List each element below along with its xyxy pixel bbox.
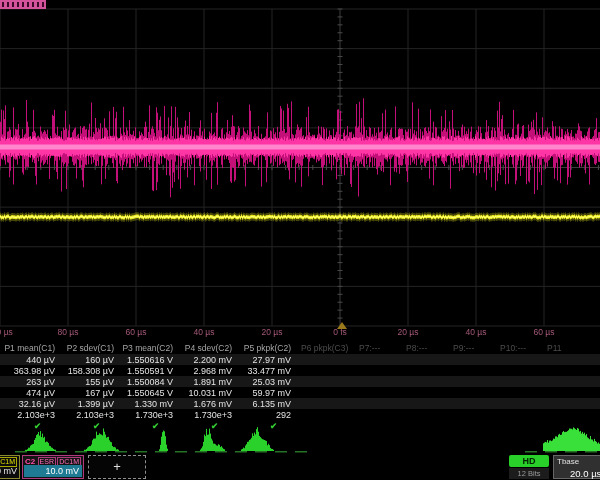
param-header-inactive[interactable]: P10:---: [494, 343, 541, 353]
measurement-table: P1 mean(C1)P2 sdev(C1)P3 mean(C2)P4 sdev…: [0, 341, 600, 431]
stat-value: 363.98 µV: [0, 366, 59, 376]
time-axis-label: 40 µs: [172, 327, 236, 337]
waveform-traces[interactable]: [0, 0, 600, 335]
time-axis-label: 60 µs: [512, 327, 576, 337]
stat-value: 27.97 mV: [236, 355, 295, 365]
param-header-inactive[interactable]: P9:---: [447, 343, 494, 353]
hd-mode-badge[interactable]: HD: [509, 455, 549, 467]
stat-value: 1.550591 V: [118, 366, 177, 376]
stat-value: 1.330 mV: [118, 399, 177, 409]
time-axis-label: 100 µs: [0, 327, 32, 337]
stat-row: 263 µV155 µV1.550084 V1.891 mV25.03 mV: [0, 376, 600, 387]
time-axis-label: 20 µs: [376, 327, 440, 337]
channel-c2-descriptor-box[interactable]: C2 ESR DC1M 10.0 mV: [22, 455, 84, 479]
stat-value: 2.103e+3: [59, 410, 118, 420]
param-header[interactable]: P5 pkpk(C2): [236, 343, 295, 353]
stat-value: 1.730e+3: [177, 410, 236, 420]
timebase-label: Tbase: [557, 457, 579, 466]
stat-row: 32.16 µV1.399 µV1.330 mV1.676 mV6.135 mV: [0, 398, 600, 409]
stat-value: 1.399 µV: [59, 399, 118, 409]
stat-value: 155 µV: [59, 377, 118, 387]
stat-value: 2.968 mV: [177, 366, 236, 376]
stat-value: 160 µV: [59, 355, 118, 365]
measurement-header-row: P1 mean(C1)P2 sdev(C1)P3 mean(C2)P4 sdev…: [0, 341, 600, 354]
stat-value: 1.891 mV: [177, 377, 236, 387]
param-header[interactable]: P3 mean(C2): [118, 343, 177, 353]
param-header-inactive[interactable]: P7:---: [353, 343, 400, 353]
stat-value: 158.308 µV: [59, 366, 118, 376]
stat-value: 2.200 mV: [177, 355, 236, 365]
stat-value: 33.477 mV: [236, 366, 295, 376]
stat-value: 1.676 mV: [177, 399, 236, 409]
stat-row: 474 µV167 µV1.550645 V10.031 mV59.97 mV: [0, 387, 600, 398]
trace-label-text-marks: [2, 2, 44, 7]
measurement-histicons: [0, 426, 600, 455]
stat-value: 6.135 mV: [236, 399, 295, 409]
stat-row: 363.98 µV158.308 µV1.550591 V2.968 mV33.…: [0, 365, 600, 376]
stat-value: 32.16 µV: [0, 399, 59, 409]
stat-value: 1.550616 V: [118, 355, 177, 365]
param-header-inactive[interactable]: P6 pkpk(C3): [295, 343, 353, 353]
time-axis-labels: 100 µs80 µs60 µs40 µs20 µs0 fs20 µs40 µs…: [0, 327, 600, 340]
c1-volts-per-div: 10.0 mV: [0, 466, 17, 476]
oscilloscope-screen: 100 µs80 µs60 µs40 µs20 µs0 fs20 µs40 µs…: [0, 0, 600, 480]
stat-value: 1.550645 V: [118, 388, 177, 398]
stat-value: 474 µV: [0, 388, 59, 398]
param-header[interactable]: P4 sdev(C2): [177, 343, 236, 353]
time-axis-label: 80 µs: [36, 327, 100, 337]
time-axis-label: 80 µs: [580, 327, 600, 337]
stat-value: 440 µV: [0, 355, 59, 365]
param-header[interactable]: P1 mean(C1): [0, 343, 59, 353]
stat-value: 263 µV: [0, 377, 59, 387]
stat-row: 2.103e+32.103e+31.730e+31.730e+3292: [0, 409, 600, 420]
stat-value: 292: [236, 410, 295, 420]
hd-bits-label: 12 Bits: [509, 468, 549, 479]
timebase-value: 20.0 µs: [570, 468, 600, 479]
time-axis-label: 20 µs: [240, 327, 304, 337]
trigger-time-marker-icon[interactable]: [337, 322, 347, 329]
stat-value: 59.97 mV: [236, 388, 295, 398]
stat-value: 2.103e+3: [0, 410, 59, 420]
add-trace-button[interactable]: +: [88, 455, 146, 479]
time-axis-label: 60 µs: [104, 327, 168, 337]
stat-value: 10.031 mV: [177, 388, 236, 398]
param-header-inactive[interactable]: P8:---: [400, 343, 447, 353]
stat-value: 167 µV: [59, 388, 118, 398]
footer-bar: DC1M 10.0 mV C2 ESR DC1M 10.0 mV + HD 12…: [0, 455, 600, 480]
stat-value: 1.730e+3: [118, 410, 177, 420]
param-header[interactable]: P2 sdev(C1): [59, 343, 118, 353]
trace-label-badge[interactable]: [0, 0, 46, 9]
time-axis-label: 40 µs: [444, 327, 508, 337]
stat-row: 440 µV160 µV1.550616 V2.200 mV27.97 mV: [0, 354, 600, 365]
stat-value: 25.03 mV: [236, 377, 295, 387]
param-header-inactive[interactable]: P11: [541, 343, 588, 353]
channel-c1-descriptor-box[interactable]: DC1M 10.0 mV: [0, 455, 20, 479]
timebase-descriptor-box[interactable]: Tbase 20.0 µs: [553, 455, 600, 479]
measurement-value-rows: 440 µV160 µV1.550616 V2.200 mV27.97 mV36…: [0, 354, 600, 420]
stat-value: 1.550084 V: [118, 377, 177, 387]
c2-volts-per-div: 10.0 mV: [24, 465, 82, 477]
